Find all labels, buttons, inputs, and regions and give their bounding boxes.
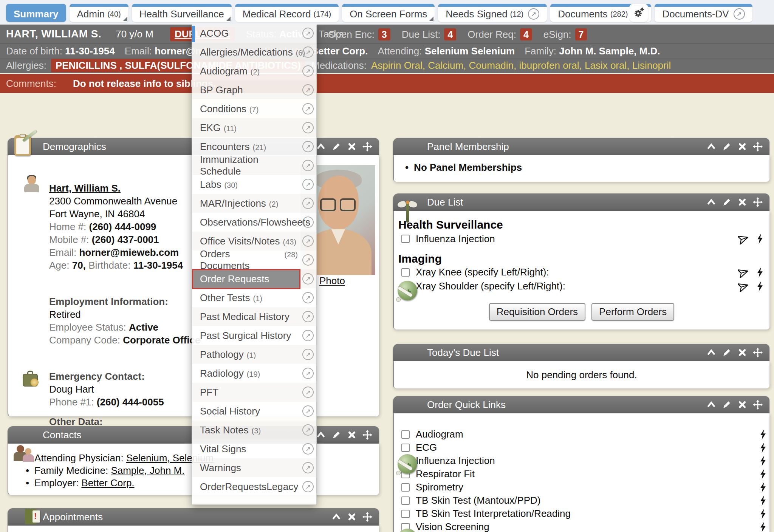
tab[interactable]: Summary: [6, 4, 66, 22]
tab[interactable]: Admin (40): [70, 4, 128, 22]
external-link-icon[interactable]: [302, 46, 314, 58]
collapse-chevron-icon[interactable]: [331, 512, 341, 522]
external-link-icon[interactable]: [302, 424, 314, 436]
lightning-icon[interactable]: [759, 482, 767, 493]
lightning-icon[interactable]: [759, 469, 767, 480]
tab[interactable]: Needs Signed (12): [438, 4, 547, 22]
perform-orders-button[interactable]: Perform Orders: [591, 303, 674, 321]
menu-item[interactable]: Vital Signs: [192, 439, 316, 458]
external-link-icon[interactable]: [302, 122, 314, 133]
external-link-icon[interactable]: [302, 235, 314, 247]
due-item-checkbox[interactable]: [401, 268, 410, 277]
menu-item[interactable]: Order Requests: [192, 269, 316, 288]
external-link-icon[interactable]: [302, 254, 314, 266]
lightning-icon[interactable]: [759, 455, 767, 467]
tab[interactable]: On Screen Forms: [342, 4, 435, 22]
tab[interactable]: Medical Record (174): [235, 4, 339, 22]
menu-item[interactable]: Past Surgical History: [192, 326, 316, 345]
collapse-chevron-icon[interactable]: [706, 197, 716, 207]
requisition-orders-button[interactable]: Requisition Orders: [489, 303, 585, 321]
edit-pencil-icon[interactable]: [722, 142, 732, 152]
external-link-icon[interactable]: [302, 217, 314, 228]
external-link-icon[interactable]: [302, 198, 314, 209]
contact-link[interactable]: Sample, John M.: [111, 465, 184, 476]
external-link-icon[interactable]: [302, 292, 314, 303]
collapse-chevron-icon[interactable]: [706, 142, 716, 152]
external-link-icon[interactable]: [302, 481, 314, 492]
collapse-chevron-icon[interactable]: [316, 142, 326, 152]
external-link-icon[interactable]: [302, 349, 314, 360]
external-link-icon[interactable]: [302, 160, 314, 171]
medications-list[interactable]: Aspirin Oral, Calcium, Coumadin, ibuprof…: [371, 60, 671, 71]
lightning-icon[interactable]: [756, 267, 764, 278]
lightning-icon[interactable]: [759, 429, 767, 440]
menu-item[interactable]: Pathology (1): [192, 345, 316, 364]
external-link-icon[interactable]: [302, 405, 314, 417]
external-link-icon[interactable]: [302, 387, 314, 398]
counter-badge[interactable]: 4: [520, 28, 532, 40]
move-icon[interactable]: [362, 430, 372, 440]
external-link-icon[interactable]: [302, 311, 314, 322]
lightning-icon[interactable]: [756, 281, 764, 292]
paper-plane-icon[interactable]: [738, 281, 749, 292]
edit-pencil-icon[interactable]: [331, 430, 341, 440]
move-icon[interactable]: [753, 348, 763, 357]
menu-item[interactable]: Allergies/Medications (6): [192, 43, 316, 62]
edit-pencil-icon[interactable]: [331, 142, 341, 152]
external-link-icon[interactable]: [302, 141, 314, 152]
counter-badge[interactable]: 7: [575, 28, 587, 40]
menu-item[interactable]: PFT: [192, 383, 316, 402]
contact-link[interactable]: Better Corp.: [81, 477, 134, 489]
external-link-icon[interactable]: [302, 462, 314, 473]
close-icon[interactable]: [347, 512, 357, 522]
external-link-icon[interactable]: [528, 8, 539, 20]
move-icon[interactable]: [753, 142, 763, 152]
menu-item[interactable]: Other Tests (1): [192, 288, 316, 307]
quick-link-checkbox[interactable]: [401, 496, 410, 505]
due-item-checkbox[interactable]: [401, 235, 410, 243]
lightning-icon[interactable]: [759, 495, 767, 506]
edit-pencil-icon[interactable]: [722, 197, 732, 207]
move-icon[interactable]: [753, 400, 763, 410]
photo-link[interactable]: Photo: [319, 275, 345, 287]
quick-link-checkbox[interactable]: [401, 444, 410, 452]
menu-item[interactable]: Immunization Schedule: [192, 156, 316, 175]
menu-item[interactable]: OrderRequestsLegacy: [192, 477, 316, 496]
move-icon[interactable]: [362, 142, 372, 152]
close-icon[interactable]: [737, 142, 747, 152]
counter-badge[interactable]: 4: [444, 28, 456, 40]
external-link-icon[interactable]: [302, 330, 314, 341]
close-icon[interactable]: [737, 348, 747, 357]
collapse-chevron-icon[interactable]: [706, 348, 716, 357]
external-link-icon[interactable]: [302, 368, 314, 379]
counter[interactable]: eSign:7: [543, 29, 587, 40]
close-icon[interactable]: [737, 400, 747, 410]
edit-pencil-icon[interactable]: [722, 400, 732, 410]
external-link-icon[interactable]: [302, 273, 314, 285]
external-link-icon[interactable]: [302, 179, 314, 190]
tab[interactable]: Documents-DV: [655, 4, 752, 22]
external-link-icon[interactable]: [302, 28, 314, 39]
edit-pencil-icon[interactable]: [722, 348, 732, 357]
menu-item[interactable]: BP Graph: [192, 80, 316, 99]
external-link-icon[interactable]: [734, 8, 745, 20]
collapse-chevron-icon[interactable]: [316, 430, 326, 440]
counter-badge[interactable]: 3: [378, 28, 390, 40]
paper-plane-icon[interactable]: [738, 233, 749, 244]
external-link-icon[interactable]: [302, 443, 314, 455]
menu-item[interactable]: Radiology (19): [192, 364, 316, 383]
menu-item[interactable]: Warnings: [192, 458, 316, 477]
tab[interactable]: Health Surveillance: [132, 4, 232, 22]
move-icon[interactable]: [753, 197, 763, 207]
quick-link-checkbox[interactable]: [401, 510, 410, 518]
menu-item[interactable]: Task Notes (3): [192, 421, 316, 439]
external-link-icon[interactable]: [302, 65, 314, 77]
settings-gear-button[interactable]: [629, 4, 648, 22]
close-icon[interactable]: [347, 142, 357, 152]
move-icon[interactable]: [362, 512, 372, 522]
quick-link-checkbox[interactable]: [401, 430, 410, 439]
menu-item[interactable]: Past Medical History: [192, 307, 316, 326]
quick-link-checkbox[interactable]: [401, 483, 410, 492]
counter[interactable]: Due List:4: [402, 29, 457, 40]
menu-item[interactable]: Social History: [192, 402, 316, 421]
